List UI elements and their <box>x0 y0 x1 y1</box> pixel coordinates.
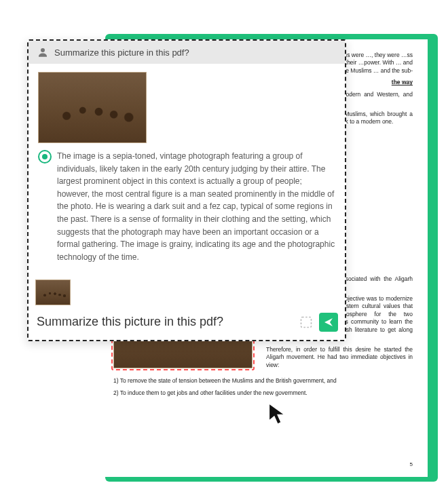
input-attachment-thumbnail[interactable] <box>35 279 71 305</box>
chat-input-attachments <box>29 275 345 312</box>
svg-point-0 <box>41 48 45 52</box>
attached-image-thumbnail[interactable] <box>38 72 147 143</box>
ai-avatar-icon <box>38 150 52 163</box>
ai-message-text: The image is a sepia-toned, vintage phot… <box>57 150 335 263</box>
svg-rect-1 <box>301 317 312 327</box>
ai-message: The image is a sepia-toned, vintage phot… <box>38 150 335 263</box>
doc-list-item: 1) To remove the state of tension betwee… <box>113 377 413 385</box>
page-number: 5 <box>410 461 413 469</box>
screenshot-select-icon[interactable] <box>299 315 314 330</box>
chat-input[interactable] <box>35 312 293 332</box>
doc-paragraph: Therefore, in order to fulfill this desi… <box>266 346 413 369</box>
person-icon <box>37 46 49 58</box>
doc-list-item: 2) To induce them to get jobs and other … <box>113 389 413 397</box>
chat-body: The image is a sepia-toned, vintage phot… <box>29 64 345 275</box>
chat-user-message: Summarize this picture in this pdf? <box>29 41 345 64</box>
chat-input-row <box>29 312 345 340</box>
send-button[interactable] <box>319 313 338 332</box>
user-message-text: Summarize this picture in this pdf? <box>54 47 189 58</box>
chat-panel: Summarize this picture in this pdf? The … <box>27 39 346 341</box>
